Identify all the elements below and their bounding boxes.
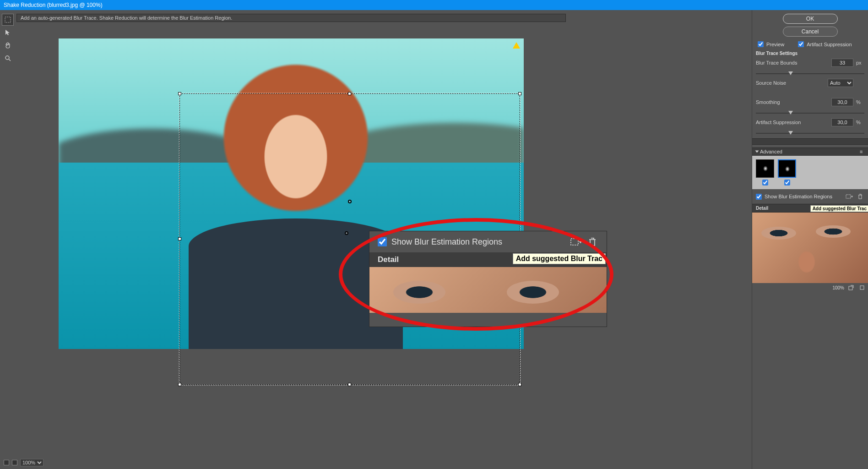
callout-detail-header: Detail Add suggested Blur Trac (369, 252, 607, 267)
preview-checkbox[interactable]: Preview (758, 41, 784, 47)
callout-tooltip: Add suggested Blur Trac (513, 253, 606, 264)
artifact-suppression-label: Artifact Suppression (756, 120, 831, 125)
artifact-suppression-input[interactable] (831, 118, 853, 126)
status-bar: 100% (4, 459, 43, 466)
resize-handle[interactable] (518, 92, 521, 95)
tool-marquee[interactable] (2, 14, 14, 26)
cancel-button[interactable]: Cancel (783, 27, 838, 37)
svg-rect-7 (860, 286, 864, 289)
artifact-suppression-checkbox[interactable]: Artifact Suppression (798, 41, 852, 47)
ok-button[interactable]: OK (783, 14, 838, 24)
resize-handle[interactable] (518, 383, 521, 386)
zoom-select[interactable]: 100% (20, 459, 43, 466)
callout-show-regions-label: Show Blur Estimation Regions (391, 237, 565, 247)
hint-text: Add an auto-generated Blur Trace. Shake … (21, 15, 232, 21)
blur-trace-bounds-slider[interactable] (756, 73, 864, 74)
callout-detail-preview (369, 267, 607, 313)
marquee-icon (4, 16, 11, 23)
right-panel: OK Cancel Preview Artifact Suppression B… (752, 10, 868, 469)
hint-bar: Add an auto-generated Blur Trace. Shake … (16, 14, 566, 22)
undock-loupe-icon[interactable] (847, 284, 855, 291)
window-titlebar: Shake Reduction (blurred3.jpg @ 100%) (0, 0, 868, 10)
svg-rect-3 (846, 195, 851, 198)
svg-line-2 (9, 59, 11, 61)
view-mode-single-icon[interactable] (4, 460, 9, 465)
source-noise-label: Source Noise (756, 80, 828, 86)
blur-trace-settings-title: Blur Trace Settings (756, 51, 864, 56)
tool-zoom[interactable] (2, 52, 14, 64)
svg-rect-0 (5, 17, 11, 22)
reset-loupe-icon[interactable] (858, 284, 866, 291)
callout-magnified-panel: Show Blur Estimation Regions Detail Add … (369, 231, 607, 327)
detail-loupe-preview[interactable] (752, 213, 868, 283)
svg-point-1 (5, 56, 9, 60)
advanced-section-header[interactable]: Advanced (752, 147, 868, 156)
callout-delete-blur-trace-icon[interactable] (586, 236, 598, 248)
blur-trace-enable-checkbox[interactable] (762, 180, 768, 185)
detail-section-header: Detail Add suggested Blur Trac (752, 204, 868, 213)
window-title: Shake Reduction (blurred3.jpg @ 100%) (4, 2, 103, 8)
detail-zoom-label: 100% (832, 285, 844, 290)
smoothing-label: Smoothing (756, 99, 831, 105)
tool-hand[interactable] (2, 39, 14, 51)
callout-add-blur-trace-icon[interactable] (570, 236, 582, 248)
left-toolbar (2, 14, 15, 64)
resize-handle[interactable] (348, 383, 351, 386)
zoom-icon (4, 55, 11, 62)
smoothing-slider[interactable] (756, 113, 864, 114)
pointer-icon (4, 29, 11, 36)
show-regions-label: Show Blur Estimation Regions (765, 194, 832, 199)
resize-handle[interactable] (178, 237, 181, 240)
delete-blur-trace-icon[interactable] (856, 193, 864, 200)
blur-trace-thumb[interactable] (756, 159, 774, 185)
panel-menu-icon[interactable] (860, 149, 864, 154)
svg-rect-8 (571, 239, 578, 245)
warning-icon (513, 42, 520, 49)
view-mode-split-icon[interactable] (12, 460, 17, 465)
blur-trace-thumbnails (752, 156, 868, 189)
svg-rect-6 (849, 286, 852, 290)
show-blur-estimation-regions-checkbox[interactable] (756, 194, 762, 200)
smoothing-input[interactable] (831, 98, 853, 106)
resize-handle[interactable] (178, 383, 181, 386)
blur-trace-bounds-label: Blur Trace Bounds (756, 60, 831, 65)
trace-center-marker[interactable] (345, 231, 348, 235)
artifact-suppression-slider[interactable] (756, 133, 864, 134)
blur-trace-bounds-input[interactable] (831, 59, 853, 67)
add-suggested-blur-trace-tooltip: Add suggested Blur Trac (810, 205, 868, 212)
trace-center-marker[interactable] (348, 200, 352, 203)
disclosure-triangle-icon (755, 151, 759, 153)
tool-pointer[interactable] (2, 27, 14, 38)
source-noise-select[interactable]: Auto (828, 79, 853, 87)
blur-trace-thumb[interactable] (778, 159, 796, 185)
resize-handle[interactable] (348, 92, 351, 95)
add-blur-trace-icon[interactable] (845, 193, 853, 200)
blur-trace-enable-checkbox[interactable] (784, 180, 790, 185)
callout-show-regions-checkbox[interactable] (378, 237, 387, 246)
hand-icon (4, 42, 11, 49)
resize-handle[interactable] (178, 92, 181, 95)
